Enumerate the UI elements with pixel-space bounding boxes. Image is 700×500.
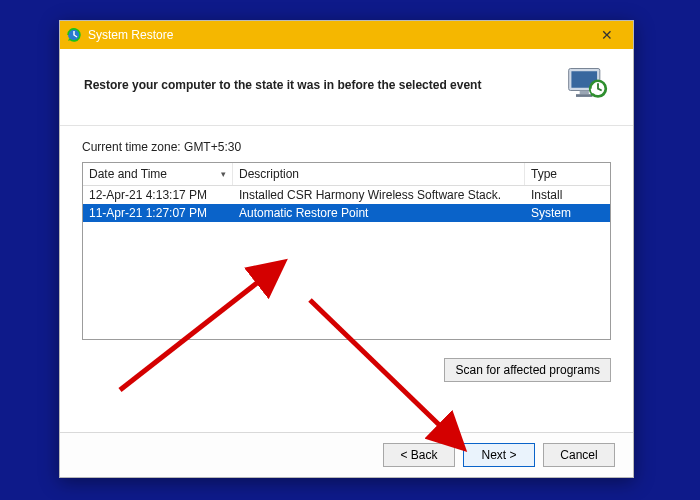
- row-type: Install: [525, 186, 610, 204]
- window-title: System Restore: [88, 28, 587, 42]
- row-datetime: 12-Apr-21 4:13:17 PM: [83, 186, 233, 204]
- wizard-header: Restore your computer to the state it wa…: [60, 49, 633, 126]
- scan-affected-button[interactable]: Scan for affected programs: [444, 358, 611, 382]
- system-restore-icon: [66, 27, 82, 43]
- svg-rect-4: [576, 94, 593, 97]
- row-type: System: [525, 204, 610, 222]
- titlebar: System Restore ✕: [60, 21, 633, 49]
- cancel-button[interactable]: Cancel: [543, 443, 615, 467]
- col-date-time[interactable]: Date and Time ▾: [83, 163, 233, 185]
- restore-point-row[interactable]: 12-Apr-21 4:13:17 PM Installed CSR Harmo…: [83, 186, 610, 204]
- timezone-label: Current time zone: GMT+5:30: [82, 140, 611, 154]
- next-button[interactable]: Next >: [463, 443, 535, 467]
- system-restore-window: System Restore ✕ Restore your computer t…: [59, 20, 634, 478]
- restore-monitor-icon: [565, 63, 609, 107]
- restore-point-row[interactable]: 11-Apr-21 1:27:07 PM Automatic Restore P…: [83, 204, 610, 222]
- wizard-heading: Restore your computer to the state it wa…: [84, 78, 565, 92]
- row-description: Automatic Restore Point: [233, 204, 525, 222]
- restore-points-list[interactable]: Date and Time ▾ Description Type 12-Apr-…: [82, 162, 611, 340]
- col-date-time-label: Date and Time: [89, 167, 167, 181]
- row-datetime: 11-Apr-21 1:27:07 PM: [83, 204, 233, 222]
- list-header: Date and Time ▾ Description Type: [83, 163, 610, 186]
- row-description: Installed CSR Harmony Wireless Software …: [233, 186, 525, 204]
- col-description[interactable]: Description: [233, 163, 525, 185]
- wizard-footer: < Back Next > Cancel: [60, 432, 633, 477]
- svg-rect-3: [580, 91, 589, 95]
- col-type[interactable]: Type: [525, 163, 610, 185]
- sort-desc-icon: ▾: [221, 169, 226, 179]
- close-button[interactable]: ✕: [587, 27, 627, 43]
- back-button[interactable]: < Back: [383, 443, 455, 467]
